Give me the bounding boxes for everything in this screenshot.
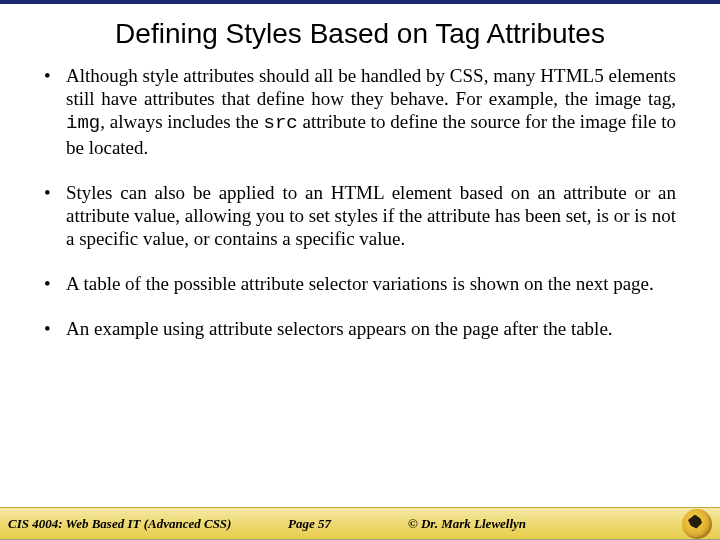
slide-title: Defining Styles Based on Tag Attributes [0,4,720,58]
bullet-list: Although style attributes should all be … [44,64,676,341]
code-src: src [263,112,297,134]
footer-page-number: Page 57 [288,516,408,532]
bullet-item: Styles can also be applied to an HTML el… [44,181,676,251]
bullet-text: An example using attribute selectors app… [66,318,613,339]
slide-footer: CIS 4004: Web Based IT (Advanced CSS) Pa… [0,507,720,539]
bullet-item: A table of the possible attribute select… [44,272,676,295]
bullet-text: , always includes the [100,111,263,132]
slide: Defining Styles Based on Tag Attributes … [0,0,720,540]
code-img: img [66,112,100,134]
bullet-text: A table of the possible attribute select… [66,273,654,294]
bullet-text: Although style attributes should all be … [66,65,676,109]
footer-course: CIS 4004: Web Based IT (Advanced CSS) [8,516,288,532]
footer-logo-wrap [608,509,712,539]
ucf-pegasus-icon [682,509,712,539]
bullet-text: Styles can also be applied to an HTML el… [66,182,676,249]
slide-content: Although style attributes should all be … [0,58,720,341]
bullet-item: An example using attribute selectors app… [44,317,676,340]
bullet-item: Although style attributes should all be … [44,64,676,159]
footer-author: © Dr. Mark Llewellyn [408,516,608,532]
